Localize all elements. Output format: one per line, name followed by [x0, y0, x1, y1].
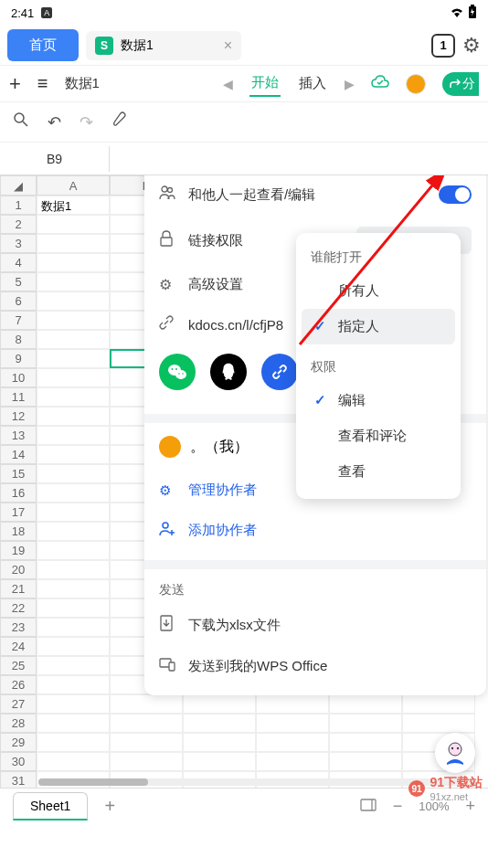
cell[interactable] — [329, 733, 402, 752]
ribbon-tab-start[interactable]: 开始 — [249, 70, 281, 97]
download-xlsx[interactable]: 下载为xlsx文件 — [144, 604, 486, 646]
cell[interactable] — [402, 694, 475, 714]
cell[interactable] — [37, 714, 110, 733]
row-header[interactable]: 10 — [0, 368, 37, 387]
row-header[interactable]: 8 — [0, 330, 37, 349]
row-header[interactable]: 2 — [0, 215, 37, 234]
cell[interactable] — [37, 349, 110, 368]
cell[interactable] — [402, 714, 475, 733]
share-button[interactable]: 分 — [442, 72, 479, 96]
sheet-tab[interactable]: Sheet1 — [13, 792, 88, 820]
menu-item-everyone[interactable]: 所有人 — [302, 273, 455, 309]
cell[interactable] — [110, 752, 183, 771]
cell[interactable] — [37, 522, 110, 541]
row-header[interactable]: 3 — [0, 234, 37, 253]
menu-item-view-comment[interactable]: 查看和评论 — [302, 418, 455, 454]
cell-reference[interactable]: B9 — [0, 146, 110, 172]
cell[interactable] — [183, 694, 256, 714]
tab-count-badge[interactable]: 1 — [431, 34, 455, 58]
row-header[interactable]: 24 — [0, 637, 37, 656]
assistant-float-button[interactable] — [435, 733, 475, 773]
row-header[interactable]: 26 — [0, 675, 37, 694]
cell[interactable] — [37, 483, 110, 503]
cell[interactable] — [329, 694, 402, 714]
row-header[interactable]: 4 — [0, 253, 37, 272]
cell[interactable] — [329, 752, 402, 771]
qq-share-icon[interactable] — [210, 354, 247, 390]
ribbon-tab-insert[interactable]: 插入 — [297, 71, 328, 96]
cell[interactable] — [37, 503, 110, 522]
cell[interactable] — [37, 637, 110, 656]
col-header[interactable]: A — [37, 175, 110, 196]
redo-icon[interactable]: ↷ — [80, 112, 93, 132]
add-button[interactable]: + — [9, 72, 21, 96]
cell[interactable] — [37, 387, 110, 407]
row-header[interactable]: 23 — [0, 618, 37, 637]
cell[interactable] — [37, 215, 110, 234]
ribbon-next-icon[interactable]: ▶ — [345, 77, 355, 91]
row-header[interactable]: 27 — [0, 694, 37, 714]
row-header[interactable]: 13 — [0, 426, 37, 445]
add-collaborator[interactable]: 添加协作者 — [144, 510, 486, 551]
row-header[interactable]: 22 — [0, 598, 37, 618]
row-header[interactable]: 18 — [0, 522, 37, 541]
cell[interactable] — [329, 714, 402, 733]
cell[interactable] — [37, 464, 110, 483]
share-toggle[interactable] — [439, 185, 472, 204]
row-header[interactable]: 14 — [0, 445, 37, 464]
cell[interactable] — [37, 368, 110, 387]
row-header[interactable]: 20 — [0, 560, 37, 579]
cell[interactable] — [37, 541, 110, 560]
row-header[interactable]: 15 — [0, 464, 37, 483]
copylink-share-icon[interactable] — [261, 354, 298, 390]
cell[interactable] — [37, 426, 110, 445]
cell[interactable] — [256, 752, 329, 771]
view-mode-icon[interactable] — [360, 799, 377, 815]
row-header[interactable]: 11 — [0, 387, 37, 407]
cell[interactable] — [37, 733, 110, 752]
row-header[interactable]: 19 — [0, 541, 37, 560]
cell[interactable] — [37, 675, 110, 694]
row-header[interactable]: 5 — [0, 272, 37, 291]
row-header[interactable]: 9 — [0, 349, 37, 368]
cell[interactable] — [37, 291, 110, 311]
cell[interactable] — [37, 407, 110, 426]
add-sheet-icon[interactable]: + — [104, 796, 115, 817]
row-header[interactable]: 17 — [0, 503, 37, 522]
paint-icon[interactable] — [111, 111, 128, 132]
cell[interactable] — [256, 733, 329, 752]
row-header[interactable]: 6 — [0, 291, 37, 311]
menu-item-edit[interactable]: 编辑 — [302, 383, 455, 418]
cell[interactable] — [110, 714, 183, 733]
cell[interactable] — [37, 694, 110, 714]
cell[interactable] — [256, 694, 329, 714]
row-header[interactable]: 7 — [0, 311, 37, 330]
cell[interactable]: 数据1 — [37, 196, 110, 215]
cell[interactable] — [37, 598, 110, 618]
menu-item-view[interactable]: 查看 — [302, 454, 455, 490]
row-header[interactable]: 21 — [0, 579, 37, 598]
row-header[interactable]: 25 — [0, 656, 37, 675]
send-wps[interactable]: 发送到我的WPS Office — [144, 646, 486, 686]
undo-icon[interactable]: ↶ — [48, 112, 61, 132]
row-header[interactable]: 30 — [0, 752, 37, 771]
menu-item-specified[interactable]: 指定人 — [302, 309, 455, 344]
cloud-sync-icon[interactable] — [371, 74, 389, 93]
zoom-out-icon[interactable]: − — [393, 797, 403, 816]
file-tab[interactable]: S 数据1 × — [86, 31, 241, 60]
cell[interactable] — [37, 330, 110, 349]
cell[interactable] — [183, 733, 256, 752]
row-header[interactable]: 12 — [0, 407, 37, 426]
ribbon-prev-icon[interactable]: ◀ — [223, 77, 233, 91]
settings-icon[interactable]: ⚙ — [462, 34, 481, 58]
wechat-share-icon[interactable] — [159, 354, 196, 390]
row-header[interactable]: 29 — [0, 733, 37, 752]
cell[interactable] — [37, 560, 110, 579]
search-icon[interactable] — [13, 111, 29, 132]
cell[interactable] — [37, 752, 110, 771]
cell[interactable] — [37, 272, 110, 291]
cell[interactable] — [37, 253, 110, 272]
menu-icon[interactable]: ≡ — [37, 73, 48, 94]
cell[interactable] — [37, 234, 110, 253]
cell[interactable] — [37, 445, 110, 464]
